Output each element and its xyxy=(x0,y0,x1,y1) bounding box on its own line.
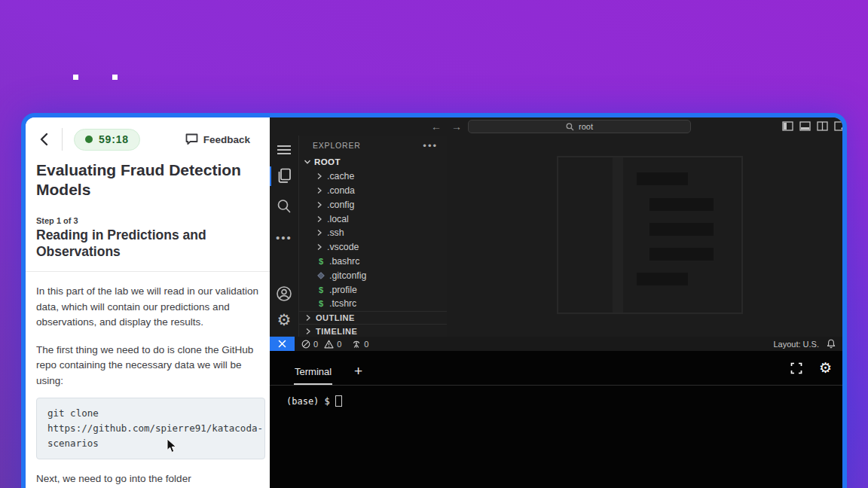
files-icon xyxy=(275,166,293,185)
active-view-indicator xyxy=(270,166,272,186)
keyboard-layout-status[interactable]: Layout: U.S. xyxy=(773,340,819,349)
chevron-right-icon xyxy=(316,215,323,223)
file-label: .gitconfig xyxy=(329,270,366,281)
search-icon xyxy=(276,198,292,215)
folder-label: .local xyxy=(327,214,349,224)
errors-icon xyxy=(301,340,310,349)
new-terminal-button[interactable]: + xyxy=(354,358,362,383)
errors-count: 0 xyxy=(313,340,318,349)
git-config-icon xyxy=(317,272,325,279)
maximize-icon[interactable] xyxy=(790,362,802,374)
timer-dot-icon xyxy=(85,136,93,143)
watermark-divider xyxy=(613,157,623,313)
ellipsis-icon: ••• xyxy=(276,231,292,244)
lab-window: 59:18 Feedback Evaluating Fraud Detectio… xyxy=(21,113,847,488)
status-bar: 0 0 0 Layout: U.S. xyxy=(270,337,842,351)
layout-controls xyxy=(782,120,845,132)
toggle-panel-icon[interactable] xyxy=(799,120,811,132)
sidebar-section-outline[interactable]: OUTLINE xyxy=(299,311,447,325)
menu-button[interactable] xyxy=(270,137,299,163)
decor-dot xyxy=(73,75,78,80)
explorer-header: EXPLORER ••• xyxy=(299,136,447,155)
tree-folder-row[interactable]: .cache xyxy=(299,169,447,184)
explorer-tree: ROOT .cache.conda.config.local.ssh.vscod… xyxy=(299,155,447,311)
tree-folder-row[interactable]: .vscode xyxy=(299,240,447,255)
account-button[interactable] xyxy=(270,281,299,307)
tree-folder-row[interactable]: .conda xyxy=(299,184,447,198)
vscode-titlebar: ← → root xyxy=(270,117,842,136)
speech-bubble-icon xyxy=(185,133,198,145)
remote-indicator[interactable] xyxy=(270,337,295,351)
terminal-settings-icon[interactable]: ⚙ xyxy=(819,359,832,377)
terminal-tab-label: Terminal xyxy=(295,366,332,377)
terminal-prompt: (base) $ xyxy=(286,396,330,407)
search-value: root xyxy=(579,122,593,131)
code-block[interactable]: git clone https://github.com/spierre91/k… xyxy=(36,398,265,459)
command-search-input[interactable]: root xyxy=(468,120,691,133)
folder-label: .conda xyxy=(327,185,355,196)
folder-label: .vscode xyxy=(327,242,359,252)
warnings-count: 0 xyxy=(337,340,341,349)
settings-button[interactable]: ⚙ xyxy=(270,307,299,332)
lesson-paragraph: The first thing we need to do is clone t… xyxy=(36,343,261,389)
toggle-secondary-sidebar-icon[interactable] xyxy=(817,120,828,132)
sidebar-section-timeline[interactable]: TIMELINE xyxy=(299,324,447,337)
terminal-body[interactable]: (base) $ xyxy=(270,386,842,407)
decor-dot xyxy=(112,75,118,80)
problems-status[interactable]: 0 0 xyxy=(301,340,341,349)
customize-layout-icon[interactable] xyxy=(834,120,845,132)
chevron-right-icon xyxy=(316,187,323,194)
file-label: .profile xyxy=(329,285,357,295)
vscode-main: ••• ⚙ EXPLOR xyxy=(270,136,842,337)
watermark-block xyxy=(649,223,714,236)
terminal-header: Terminal + ⚙ xyxy=(270,351,842,386)
watermark-block xyxy=(649,198,714,211)
timer-badge: 59:18 xyxy=(74,129,140,151)
folder-label: .ssh xyxy=(327,227,344,238)
more-views-button[interactable]: ••• xyxy=(270,224,299,250)
tree-root-row[interactable]: ROOT xyxy=(299,155,447,169)
tree-folder-row[interactable]: .local xyxy=(299,212,447,226)
back-button[interactable] xyxy=(35,130,54,149)
file-label: .bashrc xyxy=(329,256,359,267)
sidebar-sections: OUTLINETIMELINE xyxy=(299,311,447,337)
chevron-down-icon xyxy=(304,158,311,166)
ports-status[interactable]: 0 xyxy=(352,340,368,349)
feedback-button[interactable]: Feedback xyxy=(185,133,250,145)
shell-script-icon: $ xyxy=(317,285,325,294)
file-label: .tcshrc xyxy=(329,298,356,309)
bell-icon[interactable] xyxy=(827,339,836,349)
folder-label: .config xyxy=(327,200,354,210)
back-arrow-icon[interactable]: ← xyxy=(431,121,442,132)
chevron-right-icon xyxy=(316,243,323,251)
terminal-tab[interactable]: Terminal xyxy=(294,360,332,385)
editor-watermark xyxy=(557,156,743,314)
toggle-sidebar-icon[interactable] xyxy=(782,120,793,132)
explorer-more-icon[interactable]: ••• xyxy=(423,140,438,151)
lesson-title: Evaluating Fraud Detection Models xyxy=(36,160,261,200)
explorer-view-button[interactable] xyxy=(270,163,299,188)
tree-file-row[interactable]: $.profile xyxy=(299,282,447,297)
activity-bar: ••• ⚙ xyxy=(270,136,299,337)
lesson-paragraph: In this part of the lab we will read in … xyxy=(36,284,261,331)
chevron-right-icon xyxy=(316,172,323,180)
forward-arrow-icon[interactable]: → xyxy=(451,121,462,132)
tree-folder-row[interactable]: .config xyxy=(299,197,447,212)
shell-script-icon: $ xyxy=(317,257,325,266)
chevron-right-icon xyxy=(304,328,312,335)
folder-label: .cache xyxy=(327,171,354,181)
statusbar-right: Layout: U.S. xyxy=(773,339,842,349)
tree-file-row[interactable]: .gitconfig xyxy=(299,268,447,282)
watermark-block xyxy=(649,248,714,261)
tree-folder-row[interactable]: .ssh xyxy=(299,226,447,240)
step-title: Reading in Predictions and Observations xyxy=(36,227,261,260)
explorer-title: EXPLORER xyxy=(313,141,361,150)
chevron-right-icon xyxy=(304,314,312,322)
tree-file-row[interactable]: $.bashrc xyxy=(299,255,447,269)
tree-file-row[interactable]: $.tcshrc xyxy=(299,297,447,311)
lesson-panel: 59:18 Feedback Evaluating Fraud Detectio… xyxy=(26,117,270,488)
file-rows: $.bashrc.gitconfig$.profile$.tcshrc xyxy=(299,255,447,311)
vscode-region: ← → root xyxy=(270,117,842,488)
search-view-button[interactable] xyxy=(270,194,299,219)
tree-root-label: ROOT xyxy=(314,157,341,166)
